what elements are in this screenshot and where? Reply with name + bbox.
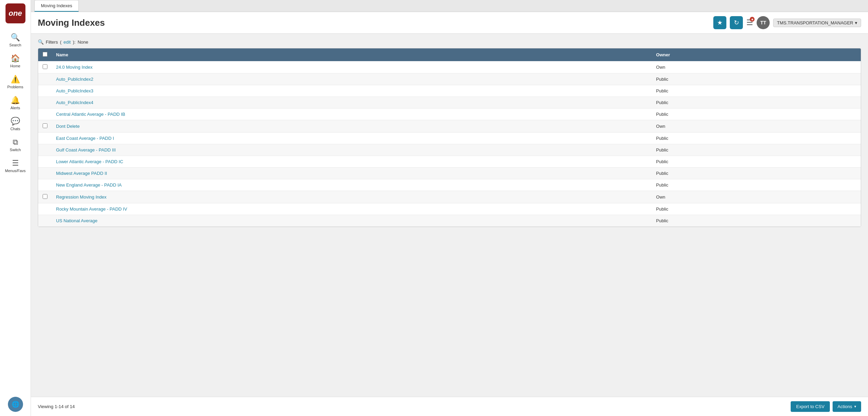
table-row: Gulf Coast Average - PADD IIIPublic — [38, 144, 861, 156]
row-name-cell: Auto_PublicIndex2 — [52, 74, 652, 85]
chevron-down-icon: ▾ — [855, 20, 857, 25]
row-name-link[interactable]: New England Average - PADD IA — [56, 182, 122, 188]
sidebar-item-label: Menus/Favs — [5, 169, 26, 173]
row-name-cell: Auto_PublicIndex3 — [52, 85, 652, 97]
row-checkbox-cell — [38, 179, 52, 191]
row-checkbox-cell — [38, 74, 52, 85]
row-name-cell: Regression Moving Index — [52, 191, 652, 203]
notification-badge: ★ — [750, 17, 755, 22]
row-checkbox-cell — [38, 133, 52, 144]
select-all-checkbox[interactable] — [43, 52, 47, 57]
refresh-icon: ↻ — [734, 19, 739, 26]
footer: Viewing 1-14 of 14 Export to CSV Actions… — [31, 397, 868, 416]
row-actions-cell — [820, 203, 861, 215]
row-name-link[interactable]: Central Atlantic Average - PADD IB — [56, 112, 125, 117]
row-name-link[interactable]: Auto_PublicIndex4 — [56, 100, 93, 105]
table-row: Auto_PublicIndex4Public — [38, 97, 861, 109]
row-actions-cell — [820, 215, 861, 227]
row-name-link[interactable]: Lower Atlantic Average - PADD IC — [56, 159, 123, 164]
row-name-link[interactable]: East Coast Average - PADD I — [56, 136, 114, 141]
sidebar-logo[interactable]: one — [6, 3, 25, 23]
table-row: Auto_PublicIndex3Public — [38, 85, 861, 97]
row-owner-cell: Public — [652, 74, 820, 85]
row-checkbox[interactable] — [43, 123, 47, 128]
favorite-button[interactable]: ★ — [713, 16, 726, 29]
row-owner-cell: Own — [652, 61, 820, 74]
sidebar-item-label: Home — [10, 64, 20, 68]
user-avatar-sidebar[interactable]: 🌐 — [8, 397, 23, 412]
row-actions-cell — [820, 120, 861, 133]
header-actions-col — [820, 48, 861, 61]
row-checkbox[interactable] — [43, 194, 47, 199]
sidebar-item-search[interactable]: 🔍 Search — [0, 30, 31, 50]
tab-bar: Moving Indexes — [31, 0, 868, 12]
warning-icon: ⚠️ — [11, 75, 20, 84]
page-title: Moving Indexes — [38, 18, 713, 28]
row-checkbox-cell — [38, 109, 52, 120]
bell-icon: 🔔 — [11, 96, 20, 105]
row-name-link[interactable]: US National Average — [56, 218, 97, 223]
row-owner-cell: Public — [652, 144, 820, 156]
row-checkbox[interactable] — [43, 64, 47, 69]
row-owner-cell: Public — [652, 168, 820, 179]
table-row: Midwest Average PADD IIPublic — [38, 168, 861, 179]
user-avatar-header[interactable]: TT — [757, 16, 770, 29]
table-row: East Coast Average - PADD IPublic — [38, 133, 861, 144]
row-owner-cell: Public — [652, 179, 820, 191]
actions-label: Actions — [837, 404, 852, 409]
row-name-link[interactable]: Gulf Coast Average - PADD III — [56, 147, 116, 153]
filter-edit-link[interactable]: edit — [64, 40, 71, 45]
star-icon: ★ — [717, 19, 723, 26]
row-name-link[interactable]: Rocky Mountain Average - PADD IV — [56, 206, 127, 212]
row-checkbox-cell — [38, 120, 52, 133]
sidebar-item-switch[interactable]: ⧉ Switch — [0, 134, 31, 155]
tab-moving-indexes[interactable]: Moving Indexes — [34, 0, 79, 12]
row-actions-cell — [820, 168, 861, 179]
actions-button[interactable]: Actions ▾ — [833, 401, 861, 412]
row-checkbox-cell — [38, 203, 52, 215]
notification-button[interactable]: ☰ ★ — [746, 18, 753, 27]
row-owner-cell: Public — [652, 203, 820, 215]
viewing-count: Viewing 1-14 of 14 — [38, 404, 75, 409]
header: Moving Indexes ★ ↻ ☰ ★ TT TMS.TRANSPORTA… — [31, 12, 868, 34]
content-area: 🔍 Filters ( edit ): None Name Owner — [31, 34, 868, 397]
row-actions-cell — [820, 191, 861, 203]
sidebar-item-label: Problems — [7, 85, 23, 89]
search-icon: 🔍 — [11, 33, 20, 42]
row-name-cell: New England Average - PADD IA — [52, 179, 652, 191]
header-name: Name — [52, 48, 652, 61]
row-name-cell: Lower Atlantic Average - PADD IC — [52, 156, 652, 168]
sidebar-item-home[interactable]: 🏠 Home — [0, 50, 31, 71]
actions-chevron-icon: ▾ — [854, 404, 856, 409]
row-actions-cell — [820, 179, 861, 191]
table-row: New England Average - PADD IAPublic — [38, 179, 861, 191]
refresh-button[interactable]: ↻ — [730, 16, 743, 29]
chat-icon: 💬 — [11, 117, 20, 126]
row-name-link[interactable]: Auto_PublicIndex2 — [56, 77, 93, 82]
header-actions: ★ ↻ ☰ ★ TT TMS.TRANSPORTATION_MANAGER ▾ — [713, 16, 861, 29]
table-header-row: Name Owner — [38, 48, 861, 61]
export-csv-button[interactable]: Export to CSV — [791, 401, 830, 412]
table-row: 24.0 Moving IndexOwn — [38, 61, 861, 74]
row-checkbox-cell — [38, 144, 52, 156]
row-name-link[interactable]: Auto_PublicIndex3 — [56, 88, 93, 93]
header-owner: Owner — [652, 48, 820, 61]
row-owner-cell: Public — [652, 156, 820, 168]
sidebar-item-menus[interactable]: ☰ Menus/Favs — [0, 155, 31, 176]
row-name-link[interactable]: Dont Delete — [56, 124, 80, 129]
sidebar-item-alerts[interactable]: 🔔 Alerts — [0, 92, 31, 113]
header-checkbox-cell — [38, 48, 52, 61]
home-icon: 🏠 — [11, 54, 20, 63]
row-name-link[interactable]: Midwest Average PADD II — [56, 171, 107, 176]
filter-label: Filters — [46, 40, 58, 45]
data-table-container: Name Owner 24.0 Moving IndexOwnAuto_Publ… — [38, 48, 861, 227]
sidebar-item-label: Chats — [10, 127, 20, 131]
sidebar-item-problems[interactable]: ⚠️ Problems — [0, 71, 31, 92]
sidebar-item-chats[interactable]: 💬 Chats — [0, 113, 31, 134]
row-name-link[interactable]: Regression Moving Index — [56, 194, 107, 200]
row-actions-cell — [820, 133, 861, 144]
row-name-link[interactable]: 24.0 Moving Index — [56, 65, 92, 70]
row-name-cell: Gulf Coast Average - PADD III — [52, 144, 652, 156]
user-dropdown[interactable]: TMS.TRANSPORTATION_MANAGER ▾ — [773, 19, 861, 27]
row-owner-cell: Public — [652, 215, 820, 227]
